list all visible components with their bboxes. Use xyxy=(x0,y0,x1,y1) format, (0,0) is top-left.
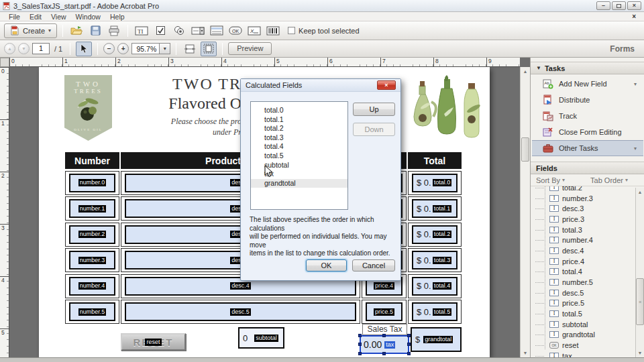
number-field[interactable]: number.0 xyxy=(69,174,115,192)
keep-tool-selected[interactable]: Keep tool selected xyxy=(288,27,360,35)
selection-handle[interactable] xyxy=(382,334,386,337)
dialog-close-button[interactable]: × xyxy=(377,80,396,90)
field-list-item[interactable]: I OK grandtotal xyxy=(540,330,636,341)
button-tool[interactable]: OK xyxy=(227,23,244,38)
number-field[interactable]: number.1 xyxy=(69,199,115,218)
menu-file[interactable]: File xyxy=(4,13,25,21)
cancel-button[interactable]: Cancel xyxy=(352,259,395,272)
menu-window[interactable]: Window xyxy=(71,13,105,21)
task-close-form-editing[interactable]: Close Form Editing xyxy=(532,124,643,140)
field-list-item[interactable]: I OK number.4 xyxy=(540,235,636,245)
calculation-order-listbox[interactable]: total.0total.1total.2total.3total.4total… xyxy=(250,101,348,210)
total-field[interactable]: $ 0. total.4 xyxy=(412,277,458,296)
close-button[interactable]: × xyxy=(627,1,641,10)
menu-view[interactable]: View xyxy=(46,13,71,21)
field-list-item[interactable]: I OK price.4 xyxy=(540,256,636,267)
keep-tool-checkbox[interactable] xyxy=(288,27,295,34)
task-other-tasks[interactable]: Other Tasks ▾ xyxy=(532,140,643,156)
field-list-item[interactable]: I OK total.3 xyxy=(540,225,636,235)
field-list-item[interactable]: I OK price.5 xyxy=(540,298,636,309)
preview-button[interactable]: Preview xyxy=(228,42,272,55)
subtotal-field[interactable]: 0 subtotal xyxy=(238,327,284,349)
print-button[interactable] xyxy=(106,23,122,38)
field-list-item[interactable]: I OK desc.3 xyxy=(540,203,636,214)
scrollbar-thumb[interactable] xyxy=(521,137,529,162)
page-number-input[interactable]: 1 xyxy=(32,43,50,54)
description-field[interactable]: desc.5 xyxy=(125,302,356,321)
move-up-button[interactable]: Up xyxy=(353,103,395,116)
fit-page-button[interactable] xyxy=(201,42,217,56)
calculation-order-item[interactable]: total.3 xyxy=(251,133,347,143)
tax-field-selected[interactable]: 0.00 tax xyxy=(360,335,409,354)
text-field-tool[interactable]: TI xyxy=(133,23,150,38)
restore-button[interactable] xyxy=(612,1,626,10)
previous-page-button[interactable]: ▲ xyxy=(4,43,15,54)
field-list-item[interactable]: I OK desc.5 xyxy=(540,288,636,298)
calculation-order-item[interactable]: total.5 xyxy=(251,152,347,161)
scrollbar-thumb[interactable]: ≡ xyxy=(636,278,644,325)
selection-handle[interactable] xyxy=(358,352,362,355)
fields-panel-header[interactable]: Fields xyxy=(531,162,644,174)
total-field[interactable]: $ 0. total.5 xyxy=(412,302,458,321)
selection-handle[interactable] xyxy=(358,343,362,346)
select-tool-button[interactable] xyxy=(76,42,92,56)
zoom-level-value[interactable]: 95.7% xyxy=(131,43,160,54)
dialog-titlebar[interactable]: Calculated Fields × xyxy=(241,79,400,92)
field-list-item[interactable]: I OK reset xyxy=(540,340,636,351)
number-field[interactable]: number.3 xyxy=(69,251,115,269)
open-file-button[interactable] xyxy=(68,23,85,38)
selection-handle[interactable] xyxy=(358,334,362,337)
total-field[interactable]: $ 0. total.3 xyxy=(412,251,458,269)
selection-handle[interactable] xyxy=(407,352,411,355)
price-field[interactable]: price.5 xyxy=(366,302,402,321)
field-list-item[interactable]: I OK tax xyxy=(540,351,636,357)
tab-order-dropdown[interactable]: Tab Order ▾ xyxy=(590,176,628,184)
scroll-down-icon[interactable]: ▼ xyxy=(521,349,530,357)
calculation-order-item[interactable]: total.1 xyxy=(251,115,347,125)
fit-width-button[interactable] xyxy=(182,42,198,56)
field-list-item[interactable]: I OK subtotal xyxy=(540,319,636,330)
move-down-button[interactable]: Down xyxy=(353,123,395,136)
calculation-order-item[interactable]: total.2 xyxy=(251,124,347,133)
number-field[interactable]: number.4 xyxy=(69,277,115,296)
scroll-down-icon[interactable]: ▼ xyxy=(636,349,644,357)
scroll-up-icon[interactable]: ▲ xyxy=(521,67,530,76)
sort-by-dropdown[interactable]: Sort By ▾ xyxy=(536,176,565,184)
fields-list-scrollbar[interactable]: ▲ ≡ ▼ xyxy=(635,188,644,357)
field-list-item[interactable]: I OK total.5 xyxy=(540,308,636,319)
calculation-order-item[interactable]: total.4 xyxy=(251,142,347,152)
zoom-out-button[interactable]: − xyxy=(103,43,115,54)
ok-button[interactable]: OK xyxy=(306,259,347,272)
field-list-item[interactable]: I OK price.3 xyxy=(540,214,636,225)
field-list-item[interactable]: I OK total.2 xyxy=(540,186,636,193)
radio-button-tool[interactable] xyxy=(171,23,187,38)
calculation-order-item[interactable]: grandtotal xyxy=(251,179,347,188)
checkbox-tool[interactable] xyxy=(152,23,168,38)
zoom-in-button[interactable]: + xyxy=(117,43,129,54)
menu-help[interactable]: Help xyxy=(105,13,129,21)
zoom-dropdown-icon[interactable]: ▾ xyxy=(160,43,170,54)
calculation-order-item[interactable]: total.0 xyxy=(251,106,347,115)
field-list-item[interactable]: I OK number.5 xyxy=(540,277,636,288)
number-field[interactable]: number.2 xyxy=(69,225,115,244)
save-button[interactable] xyxy=(87,23,103,38)
digital-signature-tool[interactable]: X xyxy=(246,23,262,38)
task-track[interactable]: Track xyxy=(532,108,643,124)
total-field[interactable]: $ 0. total.0 xyxy=(412,174,458,192)
total-field[interactable]: $ 0. total.1 xyxy=(412,199,458,218)
selection-handle[interactable] xyxy=(382,352,386,355)
number-field[interactable]: number.5 xyxy=(69,302,115,321)
minimize-button[interactable]: – xyxy=(596,1,610,10)
field-list-item[interactable]: I OK desc.4 xyxy=(540,245,636,256)
task-add-new-field[interactable]: Ab Add New Field ▾ xyxy=(532,76,643,92)
scroll-up-icon[interactable]: ▲ xyxy=(636,188,644,196)
tasks-panel-header[interactable]: ▼ Tasks xyxy=(531,62,644,74)
next-page-button[interactable]: ▼ xyxy=(18,43,30,54)
close-document-icon[interactable]: × xyxy=(632,13,640,20)
field-list-item[interactable]: I OK number.3 xyxy=(540,193,636,204)
grandtotal-field[interactable]: $ grandtotal xyxy=(411,327,462,352)
combo-box-tool[interactable] xyxy=(190,23,206,38)
menu-edit[interactable]: Edit xyxy=(25,13,46,21)
reset-button-field[interactable]: RESET reset xyxy=(121,333,186,351)
task-distribute[interactable]: Distribute xyxy=(532,92,643,108)
